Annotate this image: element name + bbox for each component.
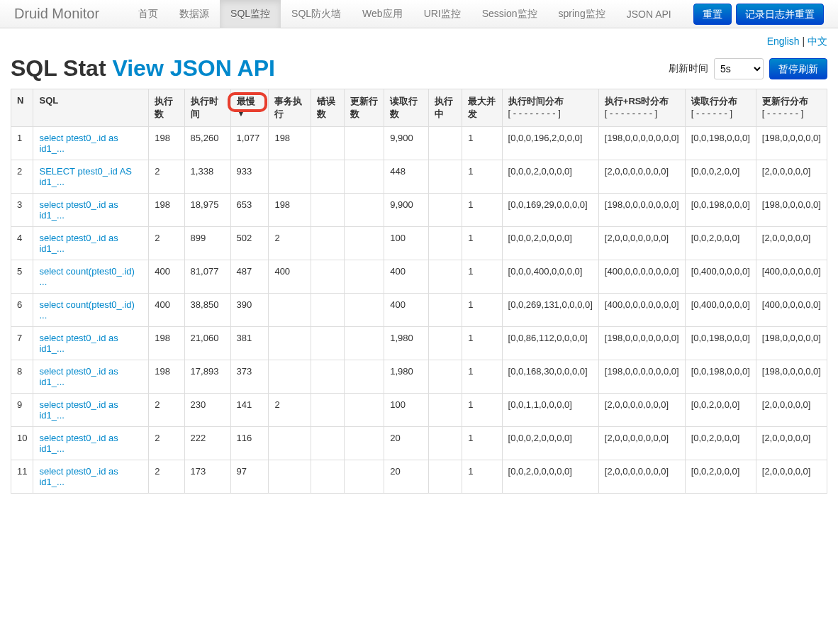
col-header-14[interactable]: 更新行分布[ - - - - - - ]: [756, 89, 827, 127]
nav-item-8[interactable]: JSON API: [616, 0, 682, 28]
sql-link[interactable]: select count(ptest0_.id) ...: [39, 266, 134, 287]
table-row: 1select ptest0_.id as id1_...19885,2601,…: [11, 127, 827, 160]
nav-item-3[interactable]: SQL防火墙: [281, 0, 352, 28]
table-row: 11select ptest0_.id as id1_...217397201[…: [11, 460, 827, 494]
reset-button[interactable]: 重置: [693, 4, 732, 25]
col-header-1[interactable]: SQL: [33, 89, 149, 127]
sql-link[interactable]: select count(ptest0_.id) ...: [39, 299, 134, 321]
nav-item-0[interactable]: 首页: [128, 0, 169, 28]
col-header-11[interactable]: 执行时间分布[ - - - - - - - - ]: [502, 89, 598, 127]
page-title: SQL Stat View JSON API: [11, 55, 275, 82]
col-header-7[interactable]: 更新行数: [344, 89, 384, 127]
col-header-9[interactable]: 执行中: [428, 89, 462, 127]
table-row: 9select ptest0_.id as id1_...22301412100…: [11, 394, 827, 427]
navbar: Druid Monitor 首页数据源SQL监控SQL防火墙Web应用URI监控…: [0, 0, 838, 28]
table-row: 2SELECT ptest0_.id AS id1_...21,33893344…: [11, 160, 827, 194]
sql-link[interactable]: select ptest0_.id as id1_...: [39, 199, 118, 221]
sql-link[interactable]: select ptest0_.id as id1_...: [39, 366, 118, 387]
refresh-interval-select[interactable]: 5s: [714, 58, 764, 79]
lang-chinese-link[interactable]: 中文: [808, 35, 827, 47]
col-header-0[interactable]: N: [11, 89, 33, 127]
sql-link[interactable]: select ptest0_.id as id1_...: [39, 466, 118, 487]
sql-link[interactable]: SELECT ptest0_.id AS id1_...: [39, 166, 132, 187]
nav-item-6[interactable]: Session监控: [471, 0, 548, 28]
col-header-6[interactable]: 错误数: [311, 89, 344, 127]
sql-link[interactable]: select ptest0_.id as id1_...: [39, 233, 118, 254]
nav-item-5[interactable]: URI监控: [413, 0, 471, 28]
col-header-2[interactable]: 执行数: [149, 89, 184, 127]
col-header-3[interactable]: 执行时间: [184, 89, 230, 127]
nav-item-4[interactable]: Web应用: [352, 0, 413, 28]
table-row: 6select count(ptest0_.id) ...40038,85039…: [11, 294, 827, 327]
pause-refresh-button[interactable]: 暂停刷新: [769, 58, 827, 79]
sql-link[interactable]: select ptest0_.id as id1_...: [39, 399, 118, 421]
col-header-12[interactable]: 执行+RS时分布[ - - - - - - - - ]: [598, 89, 685, 127]
sql-link[interactable]: select ptest0_.id as id1_...: [39, 433, 118, 454]
nav-item-2[interactable]: SQL监控: [220, 0, 281, 28]
log-reset-button[interactable]: 记录日志并重置: [736, 4, 824, 25]
col-header-5[interactable]: 事务执行: [269, 89, 311, 127]
lang-english-link[interactable]: English: [767, 35, 800, 47]
table-row: 10select ptest0_.id as id1_...2222116201…: [11, 427, 827, 460]
view-json-api-link[interactable]: View JSON API: [112, 55, 274, 81]
sql-link[interactable]: select ptest0_.id as id1_...: [39, 333, 118, 354]
table-row: 3select ptest0_.id as id1_...19818,97565…: [11, 194, 827, 227]
table-row: 8select ptest0_.id as id1_...19817,89337…: [11, 360, 827, 394]
refresh-label: 刷新时间: [669, 62, 708, 75]
col-header-10[interactable]: 最大并发: [462, 89, 502, 127]
sql-link[interactable]: select ptest0_.id as id1_...: [39, 133, 118, 154]
nav-item-7[interactable]: spring监控: [548, 0, 616, 28]
table-row: 5select count(ptest0_.id) ...40081,07748…: [11, 260, 827, 294]
nav-item-1[interactable]: 数据源: [169, 0, 220, 28]
col-header-13[interactable]: 读取行分布[ - - - - - - ]: [685, 89, 756, 127]
sql-stat-table: NSQL执行数执行时间最慢▼事务执行错误数更新行数读取行数执行中最大并发执行时间…: [11, 89, 827, 494]
col-header-4[interactable]: 最慢▼: [230, 89, 269, 127]
table-row: 7select ptest0_.id as id1_...19821,06038…: [11, 327, 827, 360]
language-switch: English | 中文: [11, 28, 827, 55]
brand: Druid Monitor: [14, 6, 113, 22]
col-header-8[interactable]: 读取行数: [384, 89, 429, 127]
table-row: 4select ptest0_.id as id1_...28995022100…: [11, 227, 827, 260]
